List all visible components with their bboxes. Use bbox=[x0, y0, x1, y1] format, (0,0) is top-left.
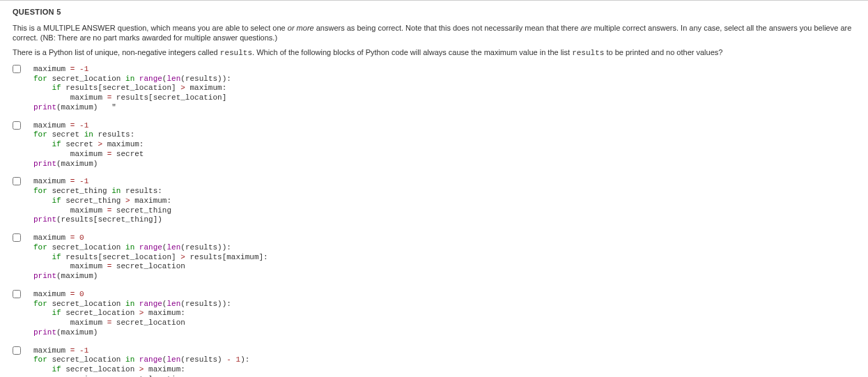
answer-body: maximum = 0 for secret_location in range… bbox=[25, 232, 268, 286]
code-token: - bbox=[79, 177, 84, 185]
code-token: for bbox=[33, 130, 47, 139]
code-token: (results)): bbox=[180, 243, 231, 252]
code-token: secret_location bbox=[47, 243, 125, 252]
answer-option: maximum = -1 for secret_thing in results… bbox=[13, 176, 855, 229]
code-token: results[secret_location] bbox=[111, 93, 226, 102]
code-token: maximum bbox=[33, 121, 70, 130]
code-token: results[secret_location] bbox=[61, 84, 181, 92]
code-token: results[maximum]: bbox=[185, 253, 268, 261]
code-token: 0 bbox=[79, 290, 84, 298]
answer-checkbox[interactable] bbox=[13, 233, 21, 242]
code-token: - bbox=[226, 355, 231, 364]
code-token bbox=[134, 75, 139, 83]
code-token: for bbox=[33, 355, 47, 364]
code-token: 1 bbox=[84, 346, 89, 355]
code-token: maximum bbox=[33, 233, 70, 242]
code-token: secret_location bbox=[111, 318, 185, 327]
code-token: in bbox=[84, 130, 93, 139]
code-token: maximum bbox=[33, 177, 70, 185]
code-token: (maximum) bbox=[56, 328, 98, 337]
code-token: for bbox=[33, 187, 47, 195]
answer-checkbox[interactable] bbox=[13, 121, 21, 130]
code-token: if bbox=[52, 365, 61, 374]
code-token: maximum: bbox=[130, 197, 171, 205]
answer-option: maximum = 0 for secret_location in range… bbox=[13, 288, 855, 342]
code-token: secret_location bbox=[61, 309, 139, 317]
code-token: in bbox=[125, 75, 134, 83]
code-token: ): bbox=[240, 355, 249, 364]
intro-text-2: answers as being correct. Note that this… bbox=[314, 24, 581, 32]
code-token: - bbox=[79, 346, 84, 355]
code-token: maximum bbox=[33, 318, 107, 327]
code-token: maximum: bbox=[144, 365, 185, 374]
code-block: maximum = -1 for secret_location in rang… bbox=[33, 65, 231, 113]
code-token: if bbox=[52, 84, 61, 92]
code-token: maximum: bbox=[185, 84, 226, 92]
code-token: print bbox=[33, 215, 56, 224]
code-token: in bbox=[125, 243, 134, 252]
code-token: maximum bbox=[33, 206, 107, 215]
code-token bbox=[33, 197, 52, 205]
code-token: results[secret_location] bbox=[61, 253, 181, 261]
code-token: print bbox=[33, 103, 56, 111]
code-token bbox=[33, 365, 52, 374]
code-token: - bbox=[79, 121, 84, 130]
code-token bbox=[134, 243, 139, 252]
code-token bbox=[134, 300, 139, 308]
answer-option: maximum = -1 for secret in results: if s… bbox=[13, 120, 855, 174]
code-token bbox=[33, 84, 52, 92]
code-token: maximum bbox=[33, 65, 70, 73]
answer-checkbox[interactable] bbox=[13, 290, 21, 298]
code-token: print bbox=[33, 328, 56, 337]
code-block: maximum = -1 for secret_thing in results… bbox=[33, 177, 171, 225]
code-token: (maximum) bbox=[56, 272, 98, 280]
prompt-text-2: . Which of the following blocks of Pytho… bbox=[252, 48, 572, 56]
code-token: results: bbox=[121, 187, 162, 195]
code-token: secret_location bbox=[47, 300, 125, 308]
answer-checkbox[interactable] bbox=[13, 65, 21, 73]
code-token: results: bbox=[93, 130, 134, 139]
code-token: secret_location bbox=[111, 262, 185, 270]
intro-text-1: This is a MULTIPLE ANSWER question, whic… bbox=[13, 24, 288, 32]
code-token: > bbox=[180, 253, 185, 261]
answer-body: maximum = -1 for secret_thing in results… bbox=[25, 176, 171, 229]
code-block: maximum = -1 for secret in results: if s… bbox=[33, 121, 144, 169]
code-token: len bbox=[166, 355, 180, 364]
code-token: (results)): bbox=[180, 300, 231, 308]
answer-body: maximum = -1 for secret_location in rang… bbox=[25, 63, 231, 117]
code-token: (results) bbox=[180, 355, 226, 364]
code-token: 0 bbox=[79, 233, 84, 242]
code-token: secret_location bbox=[47, 75, 125, 83]
answer-option: maximum = -1 for secret_location in rang… bbox=[13, 345, 855, 377]
code-token: secret_thing bbox=[61, 197, 125, 205]
question-prompt: There is a Python list of unique, non-ne… bbox=[13, 47, 855, 58]
code-token: if bbox=[52, 253, 61, 261]
code-block: maximum = 0 for secret_location in range… bbox=[33, 290, 231, 338]
code-token: range bbox=[139, 300, 162, 308]
code-token: maximum: bbox=[102, 140, 144, 148]
answer-body: maximum = -1 for secret in results: if s… bbox=[25, 120, 144, 174]
code-token: maximum bbox=[33, 93, 107, 102]
code-token: 1 bbox=[84, 121, 89, 130]
code-token bbox=[134, 355, 139, 364]
code-token: secret_thing bbox=[111, 206, 171, 215]
code-token: > bbox=[125, 197, 130, 205]
code-block: maximum = -1 for secret_location in rang… bbox=[33, 346, 249, 377]
code-token: len bbox=[166, 243, 180, 252]
answer-checkbox[interactable] bbox=[13, 346, 21, 355]
question-container: QUESTION 5 This is a MULTIPLE ANSWER que… bbox=[0, 0, 868, 377]
code-token: len bbox=[166, 300, 180, 308]
code-token: secret_location bbox=[47, 355, 125, 364]
code-token: range bbox=[139, 75, 162, 83]
code-token: secret bbox=[111, 150, 144, 158]
answer-body: maximum = -1 for secret_location in rang… bbox=[25, 345, 249, 377]
code-token: for bbox=[33, 75, 47, 83]
code-token bbox=[231, 355, 236, 364]
code-token: secret_thing bbox=[47, 187, 111, 195]
code-token: print bbox=[33, 272, 56, 280]
code-token: len bbox=[166, 75, 180, 83]
code-token: range bbox=[139, 243, 162, 252]
answer-checkbox[interactable] bbox=[13, 177, 21, 185]
code-token: print bbox=[33, 160, 56, 168]
code-token: in bbox=[125, 300, 134, 308]
